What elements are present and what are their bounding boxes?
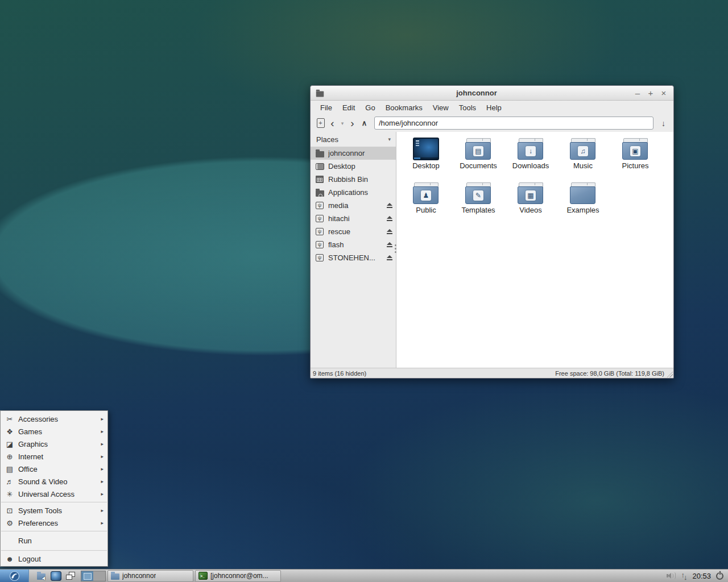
submenu-arrow-icon: ▸ (101, 466, 104, 472)
sidebar-item-hitachi[interactable]: hitachi (311, 212, 396, 225)
menu-item-graphics[interactable]: ◪ Graphics ▸ (1, 438, 107, 450)
file-templates[interactable]: ✎ Templates (452, 182, 504, 226)
menubar: FileEditGoBookmarksViewToolsHelp (311, 101, 673, 114)
up-button[interactable]: ∧ (358, 117, 370, 130)
file-desktop[interactable]: Desktop (400, 138, 452, 182)
file-downloads[interactable]: ↓ Downloads (504, 138, 557, 182)
lubuntu-logo-icon (9, 571, 20, 581)
menubar-item[interactable]: File (315, 102, 337, 114)
window-titlebar[interactable]: johnconnor – + × (311, 86, 673, 101)
path-input[interactable] (374, 117, 653, 130)
eject-button[interactable] (386, 242, 392, 247)
workspace-2[interactable] (93, 571, 105, 581)
eject-button[interactable] (386, 229, 392, 234)
menu-item-icon: ⊡ (5, 506, 15, 515)
eject-button[interactable] (386, 255, 392, 260)
volume-icon[interactable] (667, 572, 676, 579)
workspace-1[interactable] (81, 571, 93, 581)
sidebar-item-rescue[interactable]: rescue (311, 225, 396, 238)
new-tab-button[interactable]: + (315, 117, 326, 130)
file-item-label: Public (416, 206, 436, 214)
close-button[interactable]: × (659, 86, 668, 100)
sidebar-item-stonehen[interactable]: STONEHEN... (311, 251, 396, 264)
file-examples[interactable]: Examples (557, 182, 609, 226)
places-label: Places (316, 135, 338, 144)
sidebar-item-label: media (328, 201, 382, 210)
submenu-arrow-icon: ▸ (101, 454, 104, 459)
menu-item-icon: ▤ (5, 465, 15, 473)
menubar-item[interactable]: View (428, 102, 454, 114)
history-dropdown-icon[interactable]: ▾ (338, 117, 346, 130)
menubar-item[interactable]: Tools (454, 102, 481, 114)
menu-item-preferences[interactable]: ⚙ Preferences ▸ (1, 517, 107, 529)
minimize-button[interactable]: – (633, 86, 642, 100)
submenu-arrow-icon: ▸ (101, 429, 104, 434)
file-item-label: Templates (461, 206, 495, 214)
task-icon (198, 572, 208, 580)
menubar-item[interactable]: Bookmarks (380, 102, 428, 114)
submenu-arrow-icon: ▸ (101, 441, 104, 447)
sidebar-item-rubbish-bin[interactable]: Rubbish Bin (311, 173, 396, 186)
menu-item-office[interactable]: ▤ Office ▸ (1, 463, 107, 475)
window-folder-icon (316, 91, 324, 97)
sidebar-item-icon (316, 190, 324, 197)
show-desktop-button[interactable] (63, 569, 78, 582)
folder-view[interactable]: Desktop ▤ Documents (396, 132, 673, 368)
task-icon (111, 573, 119, 580)
menu-item-logout[interactable]: ☻ Logout (1, 552, 107, 565)
menubar-item[interactable]: Go (360, 102, 380, 114)
network-traffic-icon[interactable]: ↑↓ (681, 571, 687, 581)
sidebar-item-applications[interactable]: Applications (311, 186, 396, 199)
file-videos[interactable]: ▦ Videos (504, 182, 557, 226)
file-public[interactable]: ♟ Public (400, 182, 452, 226)
menu-item-internet[interactable]: ⊕ Internet ▸ (1, 450, 107, 463)
menu-item-system-tools[interactable]: ⊡ System Tools ▸ (1, 504, 107, 517)
file-item-label: Pictures (622, 161, 649, 170)
maximize-button[interactable]: + (646, 86, 655, 100)
menu-item-universal-access[interactable]: ✳ Universal Access ▸ (1, 488, 107, 500)
jump-to-icon[interactable]: ↓ (657, 117, 669, 130)
show-desktop-icon (66, 572, 75, 580)
forward-button[interactable]: › (346, 117, 358, 130)
sidebar-item-label: STONEHEN... (328, 253, 382, 262)
menu-item-games[interactable]: ❖ Games ▸ (1, 425, 107, 438)
sidebar-item-johnconnor[interactable]: johnconnor (311, 147, 396, 160)
pane-splitter-handle[interactable] (395, 244, 396, 246)
back-button[interactable]: ‹ (326, 117, 338, 130)
menu-item-run[interactable]: Run (1, 533, 107, 548)
web-browser-launcher[interactable] (48, 569, 63, 582)
task-johnconnor[interactable]: johnconnor (107, 570, 193, 582)
file-music[interactable]: ♫ Music (557, 138, 609, 182)
file-pictures[interactable]: ▣ Pictures (609, 138, 661, 182)
file-manager-launcher[interactable]: ➤ (34, 569, 48, 582)
file-item-label: Documents (460, 161, 497, 170)
menubar-item[interactable]: Help (481, 102, 507, 114)
sidebar-item-icon (316, 202, 324, 209)
sidebar-item-desktop[interactable]: Desktop (311, 160, 396, 173)
workspace-switcher (81, 571, 106, 581)
places-sidebar: Places ▾ johnconnor (311, 132, 396, 368)
submenu-arrow-icon: ▸ (101, 491, 104, 497)
places-selector[interactable]: Places ▾ (311, 132, 396, 147)
taskbar: ➤ johnconnor [johnconnor@om... (0, 569, 728, 582)
eject-button[interactable] (386, 216, 392, 221)
sidebar-item-flash[interactable]: flash (311, 238, 396, 251)
start-menu-button[interactable] (0, 569, 29, 582)
statusbar: 9 items (16 hidden) Free space: 98,0 GiB… (311, 368, 673, 378)
sidebar-item-icon (316, 254, 324, 261)
file-item-label: Videos (519, 206, 542, 214)
eject-button[interactable] (386, 203, 392, 208)
menu-item-accessories[interactable]: ✂ Accessories ▸ (1, 413, 107, 425)
task-terminal[interactable]: [johnconnor@om... (195, 570, 281, 582)
menu-item-icon: ♬ (5, 477, 15, 486)
sidebar-item-media[interactable]: media (311, 199, 396, 212)
menubar-item[interactable]: Edit (337, 102, 360, 114)
power-icon[interactable] (716, 572, 723, 580)
file-manager-window: johnconnor – + × FileEditGoBookmarksView… (310, 85, 674, 379)
resize-grip[interactable] (666, 371, 673, 377)
file-item-label: Downloads (512, 161, 549, 170)
submenu-arrow-icon: ▸ (101, 479, 104, 484)
file-documents[interactable]: ▤ Documents (452, 138, 504, 182)
menu-item-sound-video[interactable]: ♬ Sound & Video ▸ (1, 475, 107, 488)
clock[interactable]: 20:53 (692, 572, 711, 580)
